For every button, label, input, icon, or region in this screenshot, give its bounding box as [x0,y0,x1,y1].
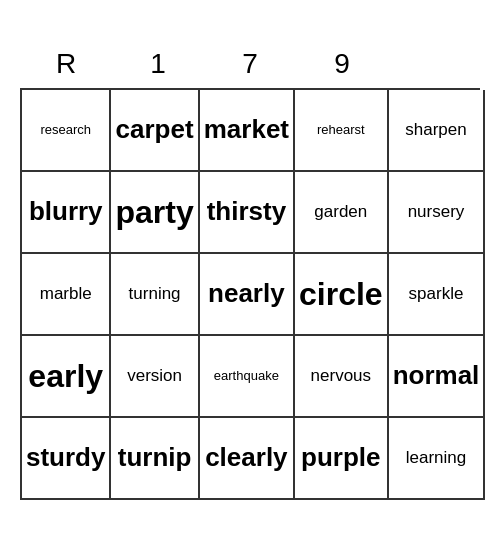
bingo-header: R179 [20,44,480,84]
cell-row3-col1: version [111,336,199,418]
cell-row2-col4: sparkle [389,254,486,336]
cell-row3-col3: nervous [295,336,389,418]
header-col-1: 1 [112,44,204,84]
header-col-4 [388,44,480,84]
cell-row3-col4: normal [389,336,486,418]
cell-row4-col2: clearly [200,418,295,500]
cell-row2-col0: marble [22,254,111,336]
header-col-3: 9 [296,44,388,84]
cell-row0-col3: rehearst [295,90,389,172]
cell-row0-col1: carpet [111,90,199,172]
cell-row1-col2: thirsty [200,172,295,254]
cell-row2-col1: turning [111,254,199,336]
cell-row1-col3: garden [295,172,389,254]
header-col-2: 7 [204,44,296,84]
cell-row0-col4: sharpen [389,90,486,172]
cell-row4-col3: purple [295,418,389,500]
bingo-card: R179 researchcarpetmarketrehearstsharpen… [20,44,480,500]
cell-row0-col2: market [200,90,295,172]
cell-row4-col1: turnip [111,418,199,500]
cell-row1-col4: nursery [389,172,486,254]
cell-row3-col2: earthquake [200,336,295,418]
cell-row2-col2: nearly [200,254,295,336]
cell-row3-col0: early [22,336,111,418]
cell-row2-col3: circle [295,254,389,336]
cell-row0-col0: research [22,90,111,172]
cell-row4-col0: sturdy [22,418,111,500]
header-col-0: R [20,44,112,84]
bingo-grid: researchcarpetmarketrehearstsharpenblurr… [20,88,480,500]
cell-row1-col0: blurry [22,172,111,254]
cell-row1-col1: party [111,172,199,254]
cell-row4-col4: learning [389,418,486,500]
